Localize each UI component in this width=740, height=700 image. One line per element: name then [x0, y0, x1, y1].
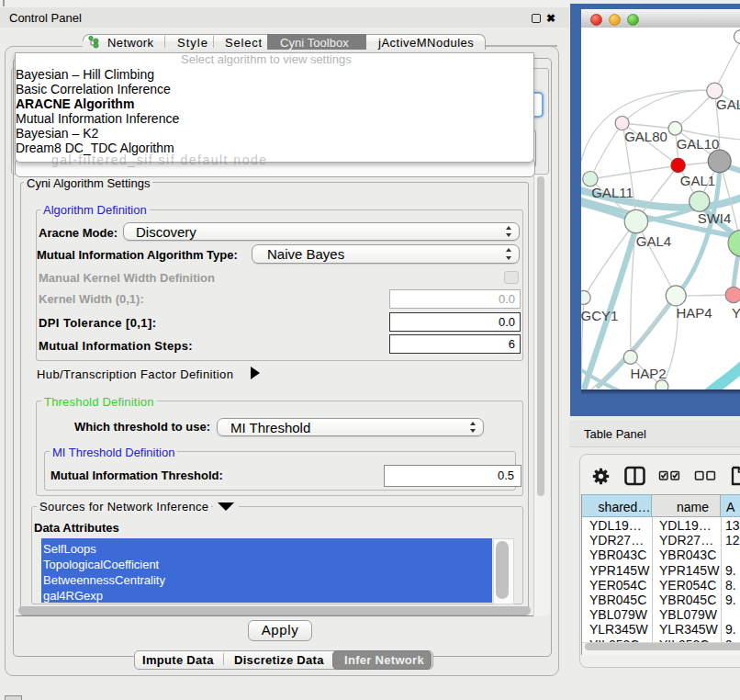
svg-text:GAL80: GAL80 — [624, 129, 667, 144]
svg-text:GAL1: GAL1 — [680, 173, 715, 188]
svg-text:YO: YO — [732, 305, 740, 321]
svg-text:GAL10: GAL10 — [677, 136, 720, 152]
svg-text:HAP2: HAP2 — [630, 366, 666, 381]
svg-text:GCY1: GCY1 — [581, 308, 618, 323]
svg-text:GAL11: GAL11 — [591, 185, 633, 200]
svg-text:GAL7: GAL7 — [716, 96, 740, 112]
svg-text:HAP4: HAP4 — [676, 305, 712, 321]
svg-text:SWI4: SWI4 — [698, 210, 732, 226]
svg-text:GAL4: GAL4 — [636, 233, 671, 249]
